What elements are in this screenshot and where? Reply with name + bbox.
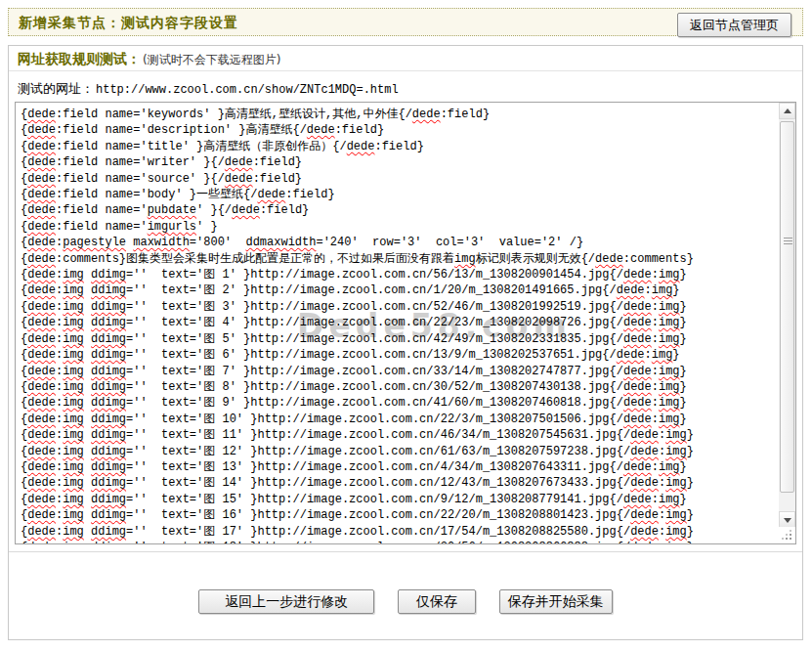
back-to-node-manage-button[interactable]: 返回节点管理页: [677, 13, 791, 37]
save-and-start-button[interactable]: 保存并开始采集: [499, 589, 613, 614]
textarea-resize-handle[interactable]: [779, 527, 795, 543]
rules-editor[interactable]: Dede58.com {dede:field name='keywords' }…: [15, 102, 796, 544]
test-url-row: 测试的网址：http://www.zcool.com.cn/show/ZNTc1…: [9, 71, 802, 101]
scroll-thumb[interactable]: [780, 121, 794, 493]
page-title: 新增采集节点：测试内容字段设置: [19, 15, 238, 32]
arrow-down-icon: [784, 518, 791, 523]
scroll-down-button[interactable]: [779, 511, 795, 528]
test-section-header: 网址获取规则测试：(测试时不会下载远程图片): [9, 46, 802, 71]
test-url-label: 测试的网址：: [18, 81, 94, 96]
editor-vscrollbar[interactable]: [779, 103, 795, 528]
section-note: (测试时不会下载远程图片): [143, 53, 280, 66]
thumb-grip-icon: [784, 238, 792, 244]
content-panel: 网址获取规则测试：(测试时不会下载远程图片) 测试的网址：http://www.…: [8, 45, 803, 640]
arrow-up-icon: [784, 108, 791, 113]
resize-grip-icon: [790, 538, 791, 540]
scroll-up-button[interactable]: [779, 103, 795, 119]
topbar: 新增采集节点：测试内容字段设置 返回节点管理页: [8, 8, 803, 36]
back-edit-button[interactable]: 返回上一步进行修改: [198, 589, 374, 614]
test-url-value: http://www.zcool.com.cn/show/ZNTc1MDQ=.h…: [96, 83, 399, 97]
section-title: 网址获取规则测试：: [18, 51, 141, 66]
divider: [9, 551, 802, 552]
save-only-button[interactable]: 仅保存: [398, 589, 476, 614]
page-container: { "page": { "title": "新增采集节点：测试内容字段设置", …: [0, 0, 812, 651]
rules-editor-text[interactable]: {dede:field name='keywords' }高清壁纸,壁纸设计,其…: [16, 103, 795, 543]
action-bar: 返回上一步进行修改 仅保存 保存并开始采集: [9, 589, 802, 614]
